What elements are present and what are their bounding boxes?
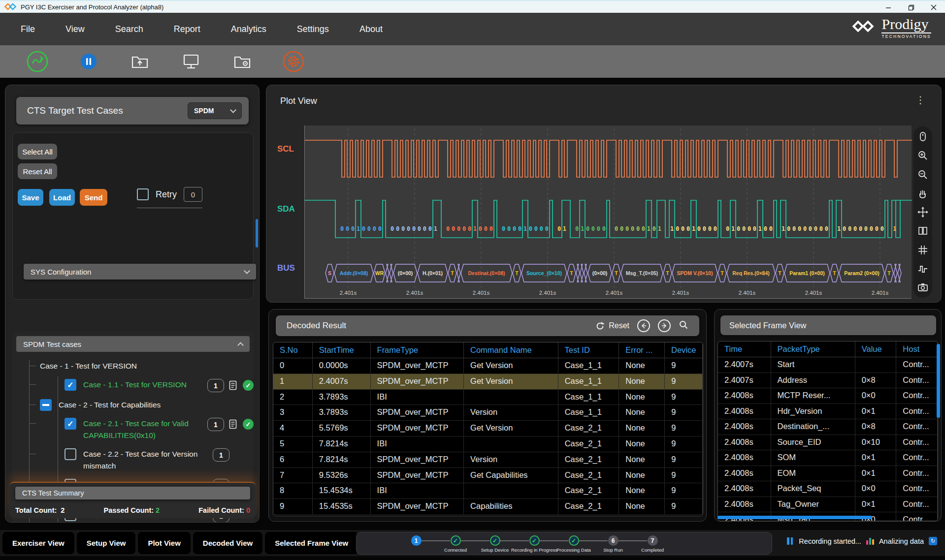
test-case-checkbox[interactable]	[65, 448, 76, 460]
table-cell: 7	[273, 468, 313, 483]
table-row[interactable]: 79.5326sSPDM_over_MCTPGet CapabilitiesCa…	[273, 468, 703, 484]
table-row[interactable]: 2.4008sSource_EID0×10Contr...	[718, 435, 938, 451]
table-row[interactable]: 67.8214sSPDM_over_MCTPVersionCase_2_1Non…	[273, 452, 703, 468]
table-row[interactable]: 00.0000sSPDM_over_MCTPGet VersionCase_1_…	[273, 358, 703, 374]
view-tab-exerciser-view[interactable]: Exerciser View	[2, 532, 74, 554]
scl-waveform	[305, 140, 912, 177]
tree-item[interactable]: ✓Case - 1.1 - Test for VERSION1✓	[12, 375, 254, 396]
tree-item[interactable]: Case - 2 - Test for Capabilities	[12, 396, 254, 414]
table-row[interactable]: 23.7893sIBICase_1_1None9	[273, 390, 703, 405]
run-count-box[interactable]: 1	[207, 379, 224, 392]
table-row[interactable]: 2.4008sDestination_...0×8Contr...	[718, 419, 938, 435]
view-tab-decoded-view[interactable]: Decoded View	[193, 532, 262, 554]
close-button[interactable]	[922, 1, 945, 14]
signal-tool-button[interactable]	[917, 263, 929, 275]
column-header: StartTime	[313, 342, 371, 358]
table-row[interactable]: 2.4008sSOM0×1Contr...	[718, 450, 938, 466]
bus-packet-hex[interactable]	[894, 264, 897, 282]
table-row[interactable]: 12.4007sSPDM_over_MCTPGet VersionCase_1_…	[273, 374, 703, 390]
bus-packet-label: (0×00)	[398, 270, 413, 276]
table-row[interactable]: 2.4008sHdr_Version0×1Contr...	[718, 404, 938, 420]
menu-item-settings[interactable]: Settings	[297, 24, 329, 34]
minimize-button[interactable]	[877, 1, 900, 14]
zoom-out-tool-button[interactable]	[917, 169, 929, 181]
pause-button[interactable]	[77, 50, 100, 73]
bus-packet-hex[interactable]	[580, 264, 584, 282]
menu-item-analytics[interactable]: Analytics	[231, 24, 266, 34]
reset-button[interactable]: Reset	[595, 321, 629, 331]
frame-table-vertical-scrollbar[interactable]	[937, 344, 940, 418]
menu-item-report[interactable]: Report	[174, 24, 200, 34]
sys-configuration-dropdown[interactable]: SYS Configuration	[24, 264, 256, 280]
table-row[interactable]: 2.4008sEOM0×1Contr...	[718, 466, 938, 482]
table-row[interactable]: 2.4008sTag_Owner0×1Contr...	[718, 497, 938, 513]
table-row[interactable]: 2.4008sPacket_Seq0×0Contr...	[718, 481, 938, 497]
prev-frame-button[interactable]	[637, 319, 650, 332]
select-all-button[interactable]: Select All	[18, 144, 57, 159]
report-doc-icon[interactable]	[229, 419, 237, 429]
bus-packet-hex[interactable]	[390, 264, 393, 282]
save-location-button[interactable]	[230, 50, 254, 73]
test-case-checkbox[interactable]: ✓	[65, 418, 76, 430]
test-case-checkbox[interactable]: ✓	[65, 379, 76, 391]
view-tab-setup-view[interactable]: Setup View	[77, 532, 136, 554]
load-button[interactable]: Load	[49, 189, 75, 206]
table-row[interactable]: 2.4007sAddress0×8Contr...	[718, 373, 938, 389]
bus-packet-label: T	[515, 270, 519, 276]
exerciser-run-button[interactable]	[26, 50, 49, 73]
bus-packet-hex[interactable]	[457, 264, 460, 282]
retry-checkbox[interactable]	[137, 188, 149, 200]
device-button[interactable]	[179, 50, 203, 73]
frame-table-horizontal-scrollbar[interactable]	[717, 516, 872, 519]
table-row[interactable]: 915.4535sSPDM_over_MCTPCapabilitiesCase_…	[273, 499, 703, 515]
table-row[interactable]: 815.4534sIBICase_2_1None9	[273, 483, 703, 499]
bus-packet-hex[interactable]	[576, 264, 580, 282]
tree-item[interactable]: Case - 2.2 - Test Case for Version misma…	[12, 445, 254, 475]
table-row[interactable]: 33.7893sSPDM_over_MCTPVersionCase_1_1Non…	[273, 405, 703, 421]
retry-count-input[interactable]: 0	[184, 187, 202, 202]
menu-item-file[interactable]: File	[21, 24, 35, 34]
table-row[interactable]: 45.5769sSPDM_over_MCTPGet VersionCase_2_…	[273, 421, 703, 436]
table-row[interactable]: 2.4007sStartContr...	[718, 357, 938, 373]
camera-tool-button[interactable]	[917, 281, 929, 293]
table-cell: Case_1_1	[558, 390, 619, 405]
run-count-box[interactable]: 1	[213, 448, 229, 462]
reset-all-button[interactable]: Reset All	[18, 163, 57, 179]
maximize-button[interactable]	[900, 1, 922, 14]
report-doc-icon[interactable]	[229, 380, 237, 390]
table-row[interactable]: 57.8214sIBICase_2_1None9	[273, 436, 703, 452]
grid-tool-button[interactable]	[917, 244, 929, 256]
save-button[interactable]: Save	[18, 189, 43, 206]
move-tool-button[interactable]	[917, 206, 929, 218]
kebab-menu-icon[interactable]: ⋮	[915, 95, 925, 105]
run-count-box[interactable]: 1	[207, 418, 224, 431]
menu-item-search[interactable]: Search	[115, 24, 143, 34]
view-tab-plot-view[interactable]: Plot View	[138, 532, 190, 554]
menu-item-view[interactable]: View	[65, 24, 85, 34]
hand-tool-button[interactable]	[917, 187, 929, 199]
pages-tool-button[interactable]	[917, 225, 929, 237]
zoom-out-icon	[917, 169, 929, 181]
tree-item[interactable]: Case - 1 - Test for VERSION	[12, 357, 254, 375]
table-row[interactable]: 2.4008sMCTP Reser...0×0Contr...	[718, 388, 938, 404]
open-file-button[interactable]	[128, 50, 152, 73]
protocol-dropdown[interactable]: SPDM	[188, 102, 242, 119]
left-panel-scrollbar[interactable]	[256, 219, 258, 248]
bus-packet-hex[interactable]	[898, 264, 901, 282]
zoom-in-tool-button[interactable]	[917, 150, 929, 161]
bus-packet-hex[interactable]	[386, 264, 389, 282]
next-frame-button[interactable]	[658, 319, 671, 332]
bus-packet-hex[interactable]	[584, 264, 587, 282]
mouse-tool-button[interactable]	[917, 131, 929, 143]
send-button[interactable]: Send	[80, 189, 107, 206]
settings-button[interactable]	[282, 50, 305, 73]
search-button[interactable]	[679, 320, 688, 332]
bus-packet-label: Req Res.(0×84)	[732, 270, 770, 276]
waveform-canvas[interactable]: 2.401s2.401s2.401s2.401s2.401s2.401s2.40…	[304, 125, 912, 299]
view-tab-selected-frame-view[interactable]: Selected Frame View	[265, 532, 358, 554]
menu-item-about[interactable]: About	[359, 24, 383, 34]
spdm-test-cases-header[interactable]: SPDM Test cases	[16, 336, 250, 352]
tree-item[interactable]: ✓Case - 2.1 - Test Case for Valid CAPABI…	[12, 414, 254, 445]
test-case-checkbox[interactable]	[40, 399, 52, 411]
test-controls-card: Select All Reset All Save Load Send Retr…	[12, 132, 254, 300]
